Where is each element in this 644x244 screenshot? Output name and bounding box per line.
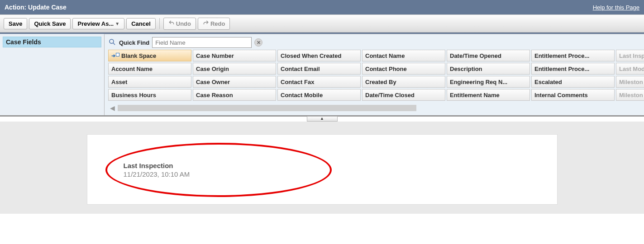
field-label: Mileston xyxy=(619,79,643,85)
field-milestone-2-partial[interactable]: Mileston xyxy=(616,89,644,101)
field-label: Escalated xyxy=(534,79,562,85)
field-engineering-req[interactable]: Engineering Req N... xyxy=(447,76,530,88)
page-header: Action: Update Case Help for this Page xyxy=(0,0,644,14)
field-label: Entitlement Proce... xyxy=(534,66,589,72)
field-description[interactable]: Description xyxy=(447,63,530,75)
field-last-inspection-partial[interactable]: Last Insp xyxy=(616,50,644,61)
help-link[interactable]: Help for this Page xyxy=(593,4,639,11)
svg-point-0 xyxy=(110,39,114,43)
redo-button[interactable]: Redo xyxy=(198,18,230,30)
field-contact-phone[interactable]: Contact Phone xyxy=(362,63,445,75)
field-entitlement-name[interactable]: Entitlement Name xyxy=(447,89,530,101)
field-label: Asset xyxy=(111,79,127,85)
cancel-button[interactable]: Cancel xyxy=(126,18,156,29)
toolbar: Save Quick Save Preview As... ▼ Cancel U… xyxy=(0,14,644,33)
field-label: Last Insp xyxy=(619,52,644,59)
field-label: Contact Email xyxy=(281,66,320,72)
toolbar-divider xyxy=(159,18,160,29)
layout-canvas: Last Inspection 11/21/2023, 10:10 AM xyxy=(0,122,644,214)
preview-as-button[interactable]: Preview As... ▼ xyxy=(72,18,124,29)
field-asset[interactable]: Asset xyxy=(108,76,191,88)
field-label: Last Mod xyxy=(619,66,644,72)
preview-field-value: 11/21/2023, 10:10 AM xyxy=(124,170,521,178)
field-label: Date/Time Closed xyxy=(365,92,415,99)
collapse-palette-handle[interactable]: ▲ xyxy=(307,116,338,122)
caret-down-icon: ▼ xyxy=(115,21,119,26)
field-label: Case Reason xyxy=(196,92,233,99)
field-label: Case Number xyxy=(196,52,234,59)
workspace: Case Fields Quick Find ✕ ➜ Blank Space C… xyxy=(0,33,644,117)
sidebar: Case Fields xyxy=(0,34,104,115)
field-contact-mobile[interactable]: Contact Mobile xyxy=(277,89,361,101)
field-blank-space[interactable]: ➜ Blank Space xyxy=(108,50,191,61)
field-label: Entitlement Proce... xyxy=(534,52,589,59)
field-label: Mileston xyxy=(619,92,643,99)
field-internal-comments[interactable]: Internal Comments xyxy=(531,89,615,101)
preview-field-last-inspection[interactable]: Last Inspection 11/21/2023, 10:10 AM xyxy=(124,162,521,178)
field-label: Engineering Req N... xyxy=(450,79,507,85)
field-label: Closed When Created xyxy=(281,52,341,59)
redo-icon xyxy=(203,20,209,28)
field-contact-name[interactable]: Contact Name xyxy=(362,50,445,61)
page-title: Action: Update Case xyxy=(5,4,67,11)
field-milestone-1-partial[interactable]: Mileston xyxy=(616,76,644,88)
field-entitlement-proc-1[interactable]: Entitlement Proce... xyxy=(531,50,615,61)
undo-button[interactable]: Undo xyxy=(163,18,196,30)
quick-find-row: Quick Find ✕ xyxy=(105,34,644,50)
preview-field-label: Last Inspection xyxy=(124,162,521,169)
scroll-left-button[interactable]: ◀ xyxy=(108,104,117,112)
save-button[interactable]: Save xyxy=(4,18,27,29)
field-label: Blank Space xyxy=(121,52,156,59)
field-last-modified-partial[interactable]: Last Mod xyxy=(616,63,644,75)
field-label: Case Origin xyxy=(196,66,229,72)
blank-space-icon: ➜ xyxy=(111,53,119,59)
field-case-number[interactable]: Case Number xyxy=(193,50,276,61)
field-label: Created By xyxy=(365,79,396,85)
preview-card: Last Inspection 11/21/2023, 10:10 AM xyxy=(87,134,558,205)
scroll-track[interactable] xyxy=(118,105,416,111)
field-label: Contact Phone xyxy=(365,66,407,72)
field-case-reason[interactable]: Case Reason xyxy=(193,89,276,101)
quick-find-input[interactable] xyxy=(152,37,252,48)
svg-line-1 xyxy=(113,43,115,45)
field-label: Business Hours xyxy=(111,92,156,99)
sidebar-item-case-fields[interactable]: Case Fields xyxy=(3,37,101,47)
field-case-owner[interactable]: Case Owner xyxy=(193,76,276,88)
field-label: Contact Mobile xyxy=(281,92,323,99)
field-datetime-opened[interactable]: Date/Time Opened xyxy=(447,50,530,61)
field-label: Account Name xyxy=(111,66,153,72)
field-contact-email[interactable]: Contact Email xyxy=(277,63,361,75)
undo-icon xyxy=(168,20,175,28)
search-icon xyxy=(108,38,116,47)
field-account-name[interactable]: Account Name xyxy=(108,63,191,75)
preview-as-label: Preview As... xyxy=(77,20,114,27)
field-escalated[interactable]: Escalated xyxy=(531,76,615,88)
redo-label: Redo xyxy=(210,20,225,27)
field-label: Contact Fax xyxy=(281,79,314,85)
quick-save-button[interactable]: Quick Save xyxy=(29,18,71,29)
field-label: Case Owner xyxy=(196,79,230,85)
field-datetime-closed[interactable]: Date/Time Closed xyxy=(362,89,445,101)
field-case-origin[interactable]: Case Origin xyxy=(193,63,276,75)
palette-scrollbar: ◀ xyxy=(105,103,644,115)
field-entitlement-proc-2[interactable]: Entitlement Proce... xyxy=(531,63,615,75)
field-contact-fax[interactable]: Contact Fax xyxy=(277,76,361,88)
field-label: Contact Name xyxy=(365,52,405,59)
field-grid: ➜ Blank Space Case Number Closed When Cr… xyxy=(105,50,644,103)
field-palette: Quick Find ✕ ➜ Blank Space Case Number C… xyxy=(104,34,644,115)
field-closed-when-created[interactable]: Closed When Created xyxy=(277,50,361,61)
quick-find-label: Quick Find xyxy=(119,39,149,46)
field-label: Internal Comments xyxy=(534,92,588,99)
field-created-by[interactable]: Created By xyxy=(362,76,445,88)
field-label: Description xyxy=(450,66,482,72)
field-label: Entitlement Name xyxy=(450,92,500,99)
field-business-hours[interactable]: Business Hours xyxy=(108,89,191,101)
undo-label: Undo xyxy=(176,20,191,27)
clear-search-button[interactable]: ✕ xyxy=(254,38,262,47)
field-label: Date/Time Opened xyxy=(450,52,501,59)
